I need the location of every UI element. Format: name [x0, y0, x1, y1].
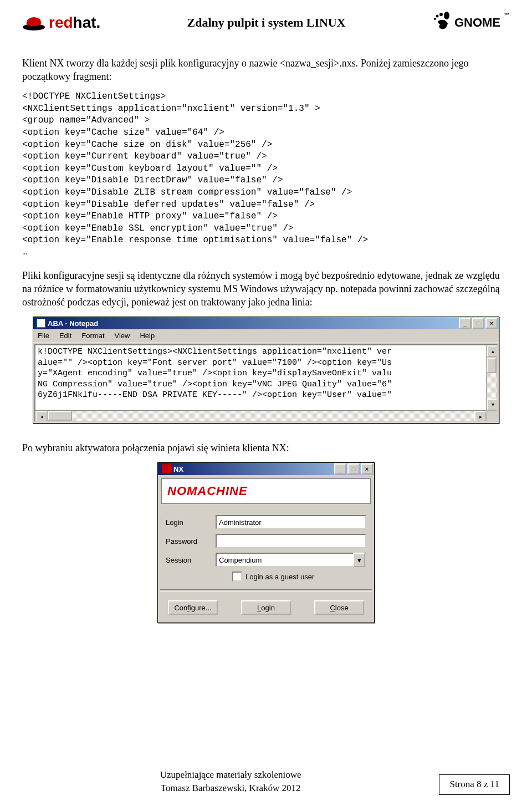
scroll-track-h[interactable] [72, 411, 474, 421]
menu-file[interactable]: File [37, 330, 50, 341]
nomachine-logo: NOMACHINE [167, 483, 248, 499]
menu-format[interactable]: Format [80, 330, 105, 341]
gnome-foot-icon [432, 11, 451, 34]
page-number: Strona 8 z 11 [449, 779, 499, 789]
svg-point-3 [436, 15, 438, 18]
notepad-menubar: File Edit Format View Help [33, 329, 499, 343]
notepad-text-area[interactable]: k!DOCTYPE NXClientSettings><NXClientSett… [34, 344, 498, 422]
scroll-track-v[interactable] [487, 373, 497, 399]
page-number-box: Strona 8 z 11 [439, 774, 510, 795]
scroll-corner [487, 411, 497, 421]
maximize-button[interactable]: □ [472, 318, 484, 329]
session-label: Session [166, 555, 216, 565]
redhat-logo: redhat. [22, 12, 100, 33]
footer-line1: Uzupełniające materiały szkoleniowe [22, 768, 439, 782]
page-title: Zdalny pulpit i system LINUX [100, 14, 432, 31]
close-button[interactable]: Close [314, 600, 364, 615]
login-button[interactable]: Login [241, 600, 291, 615]
paragraph-edit-warning: Pliki konfiguracyjne sesji są identyczne… [22, 269, 510, 309]
nx-window: NX _ □ × NOMACHINE Login Administrator P… [157, 462, 375, 623]
scroll-thumb-v[interactable] [487, 358, 497, 373]
page-footer: Uzupełniające materiały szkoleniowe Toma… [22, 768, 510, 795]
notepad-title: ABA - Notepad [48, 319, 98, 329]
footer-credits: Uzupełniające materiały szkoleniowe Toma… [22, 768, 439, 795]
scroll-up-icon[interactable]: ▴ [487, 345, 498, 358]
separator [160, 589, 372, 591]
nx-titlebar[interactable]: NX _ □ × [158, 463, 374, 475]
footer-line2: Tomasz Barbaszewski, Kraków 2012 [22, 782, 439, 795]
guest-label: Login as a guest user [245, 572, 314, 582]
scroll-down-icon[interactable]: ▾ [487, 399, 498, 411]
login-input[interactable]: Administrator [216, 515, 366, 529]
horizontal-scrollbar[interactable]: ◂ ▸ [35, 410, 487, 421]
login-value: Administrator [219, 518, 262, 528]
gnome-logo: GNOME ™ [432, 11, 510, 34]
configure-button[interactable]: Configure... [168, 600, 218, 615]
session-value: Compendium [219, 555, 262, 565]
minimize-button[interactable]: _ [459, 318, 471, 329]
paragraph-nx-intro: Po wybraniu aktywatora połączenia pojawi… [22, 441, 510, 455]
minimize-button[interactable]: _ [334, 463, 346, 475]
gnome-text: GNOME [454, 14, 500, 31]
close-button[interactable]: × [485, 318, 498, 329]
nx-title: NX [173, 465, 183, 475]
notepad-app-icon [37, 319, 45, 328]
menu-edit[interactable]: Edit [58, 330, 73, 341]
notepad-window: ABA - Notepad _ □ × File Edit Format Vie… [33, 317, 499, 424]
paragraph-intro: Klient NX tworzy dla każdej sesji plik k… [22, 57, 510, 84]
maximize-button: □ [347, 463, 360, 475]
menu-view[interactable]: View [114, 330, 131, 341]
redhat-text: redhat. [49, 12, 100, 33]
notepad-titlebar[interactable]: ABA - Notepad _ □ × [33, 317, 499, 329]
guest-checkbox[interactable] [232, 572, 242, 581]
close-button[interactable]: × [361, 463, 373, 475]
svg-point-4 [434, 18, 436, 20]
nx-app-icon [161, 464, 171, 474]
scroll-left-icon[interactable]: ◂ [35, 411, 48, 422]
svg-point-2 [439, 13, 443, 16]
gnome-trademark: ™ [504, 11, 510, 19]
password-label: Password [166, 537, 216, 547]
chevron-down-icon[interactable]: ▾ [353, 553, 365, 567]
redhat-hat-icon [22, 14, 45, 32]
svg-point-1 [444, 12, 449, 19]
scroll-thumb-h[interactable] [48, 411, 72, 421]
scroll-right-icon[interactable]: ▸ [474, 411, 487, 422]
vertical-scrollbar[interactable]: ▴ ▾ [486, 345, 497, 411]
page-header: redhat. Zdalny pulpit i system LINUX GNO… [22, 11, 510, 34]
menu-help[interactable]: Help [139, 330, 156, 341]
nomachine-banner: NOMACHINE [161, 478, 371, 504]
notepad-content: k!DOCTYPE NXClientSettings><NXClientSett… [35, 345, 497, 402]
xml-config-code: <!DOCTYPE NXClientSettings> <NXClientSet… [22, 91, 510, 258]
password-input[interactable] [216, 534, 366, 548]
session-select[interactable]: Compendium ▾ [216, 553, 366, 567]
login-label: Login [166, 518, 216, 528]
